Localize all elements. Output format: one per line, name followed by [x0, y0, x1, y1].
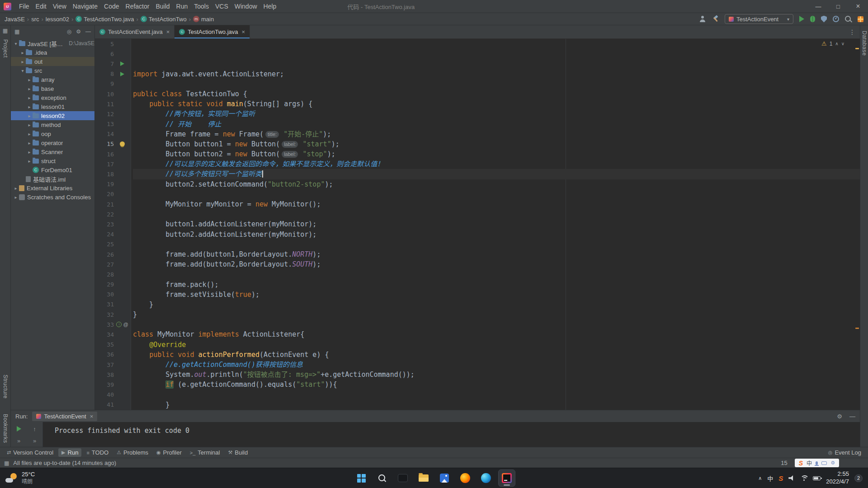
tool-window-switcher-icon[interactable]: ▦ [3, 28, 8, 34]
build-hammer-icon[interactable] [712, 15, 719, 23]
battery-icon[interactable] [813, 476, 821, 480]
menu-item-vcs[interactable]: VCS [212, 1, 231, 11]
tree-arrow-icon[interactable]: ▸ [19, 59, 26, 64]
code-line-21[interactable]: button2.addActionListener(myMonitor); [133, 230, 860, 239]
run-console-tab[interactable]: TestActionEvent × [32, 412, 97, 421]
ime-language-indicator[interactable]: 中 [767, 474, 773, 483]
line-number[interactable]: 34 [95, 331, 114, 338]
code-line-15[interactable]: //可以多个按钮只写一个监听类 [133, 169, 860, 179]
tree-arrow-icon[interactable]: ▸ [26, 86, 33, 91]
menu-item-tools[interactable]: Tools [191, 1, 212, 11]
hide-panel-icon[interactable]: — [85, 28, 91, 35]
line-number[interactable]: 23 [95, 221, 114, 228]
line-number[interactable]: 22 [95, 211, 114, 218]
line-number[interactable]: 32 [95, 311, 114, 318]
toolwindow-button-run[interactable]: ▶Run [58, 448, 81, 457]
line-number[interactable]: 26 [95, 251, 114, 258]
coverage-icon[interactable] [821, 16, 827, 23]
start-button[interactable] [353, 469, 370, 487]
tree-item[interactable]: ▸exception [11, 93, 94, 102]
debug-button[interactable] [810, 16, 815, 22]
maximize-icon[interactable]: □ [828, 0, 848, 13]
code-line-18[interactable]: MyMonitor myMonitor = new MyMonitor(); [133, 199, 860, 209]
tree-arrow-icon[interactable]: ▸ [26, 95, 33, 100]
code-line-16[interactable]: button2.setActionCommand("button2-stop")… [133, 179, 860, 189]
tree-arrow-icon[interactable]: ▸ [26, 159, 33, 164]
code-line-5[interactable]: import java.awt.event.ActionListener; [133, 69, 860, 79]
code-line-13[interactable]: Button button2 = new Button(label: "stop… [133, 149, 860, 159]
menu-item-view[interactable]: View [50, 1, 70, 11]
firefox-button[interactable] [457, 469, 474, 487]
tree-item[interactable]: CForDemo01 [11, 165, 94, 174]
toolwindow-button-problems[interactable]: ⚠Problems [113, 448, 151, 457]
tree-item[interactable]: ▾JavaSE [基础语法]D:\JavaSE [11, 39, 94, 48]
tree-arrow-icon[interactable]: ▸ [26, 104, 33, 109]
sogou-logo-icon[interactable]: S [778, 474, 783, 482]
task-view-button[interactable] [394, 469, 411, 487]
tree-arrow-icon[interactable]: ▸ [26, 141, 33, 145]
code-line-19[interactable] [133, 209, 860, 219]
close-icon[interactable]: × [90, 413, 94, 420]
caret-position[interactable]: 15 [781, 460, 787, 466]
line-number[interactable]: 5 [95, 41, 114, 47]
line-number[interactable]: 38 [95, 371, 114, 378]
breadcrumb-item[interactable]: CTestActionTwo [141, 16, 187, 23]
sogou-logo-icon[interactable]: S [799, 460, 803, 467]
code-line-25[interactable] [133, 269, 860, 279]
gear-icon[interactable]: ⚙ [837, 413, 842, 420]
breadcrumb-item[interactable]: mmain [193, 16, 214, 23]
line-number[interactable]: 15 [95, 141, 114, 147]
toolwindow-button-vcs[interactable]: ⇄Version Control [4, 448, 57, 457]
tree-item[interactable]: ▾src [11, 66, 94, 75]
profiler-icon[interactable] [833, 16, 839, 22]
tree-item[interactable]: ▸.idea [11, 48, 94, 57]
tree-item[interactable]: ▸base [11, 84, 94, 93]
close-tab-icon[interactable]: × [242, 28, 245, 35]
tree-arrow-icon[interactable]: ▾ [19, 68, 26, 73]
tray-expand-icon[interactable]: ∧ [758, 475, 762, 481]
ime-language-indicator[interactable]: 中 [807, 459, 812, 467]
tree-arrow-icon[interactable]: ▸ [26, 150, 33, 155]
line-number[interactable]: 19 [95, 181, 114, 188]
editor-tab[interactable]: CTestActionEvent.java× [95, 25, 175, 38]
line-number[interactable]: 10 [95, 91, 114, 98]
more-actions-icon[interactable]: » [17, 437, 20, 444]
console-output[interactable]: Process finished with exit code 0 [42, 422, 860, 447]
line-number[interactable]: 16 [95, 151, 114, 158]
intention-bulb-icon[interactable] [120, 141, 125, 146]
tree-arrow-icon[interactable]: ▸ [26, 77, 33, 82]
code-line-36[interactable]: if (e.getActionCommand().equals("start")… [133, 380, 860, 389]
code-line-34[interactable]: //e.getActionCommand()获得按钮的信息 [133, 360, 860, 370]
locate-file-icon[interactable]: ◎ [67, 28, 71, 35]
code-line-30[interactable] [133, 319, 860, 329]
tree-item[interactable]: ▸out [11, 57, 94, 66]
line-number[interactable]: 9 [95, 80, 114, 87]
taskbar-search-button[interactable] [373, 469, 391, 487]
error-stripe[interactable] [854, 39, 860, 410]
code-line-33[interactable]: public void actionPerformed(ActionEvent … [133, 350, 860, 360]
tree-item[interactable]: 基础语法.iml [11, 174, 94, 183]
breadcrumb-item[interactable]: src [31, 16, 39, 23]
close-icon[interactable]: × [848, 0, 868, 13]
code-line-10[interactable]: // 开始 停止 [133, 119, 860, 129]
notification-badge[interactable]: 2 [854, 474, 863, 482]
user-icon[interactable] [699, 16, 706, 22]
line-number[interactable]: 11 [95, 101, 114, 108]
tool-stripe-project[interactable]: Project [2, 39, 9, 58]
minimize-icon[interactable]: — [808, 0, 828, 13]
line-number[interactable]: 7 [95, 61, 114, 67]
breadcrumb-item[interactable]: JavaSE [5, 16, 25, 23]
gift-icon[interactable] [858, 16, 863, 22]
line-number[interactable]: 27 [95, 261, 114, 268]
tree-item[interactable]: ▸lesson02 [11, 111, 94, 120]
next-problem-icon[interactable]: ∨ [841, 41, 844, 46]
line-number[interactable]: 40 [95, 391, 114, 398]
line-number[interactable]: 28 [95, 271, 114, 278]
toolwindow-button-eventlog[interactable]: ◎Event Log [825, 448, 864, 457]
photos-app-button[interactable] [436, 469, 453, 487]
line-number[interactable]: 6 [95, 51, 114, 57]
code-line-31[interactable]: class MyMonitor implements ActionListene… [133, 329, 860, 339]
editor-tabs-menu-icon[interactable]: ⋮ [849, 25, 860, 38]
line-number[interactable]: 35 [95, 341, 114, 348]
gear-icon[interactable]: ⚙ [76, 28, 81, 35]
